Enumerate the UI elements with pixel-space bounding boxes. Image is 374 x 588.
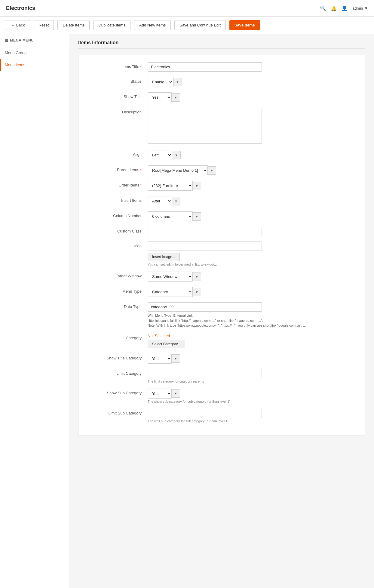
custom-class-input[interactable] bbox=[148, 227, 262, 236]
order-items-select[interactable]: (232) Furniture bbox=[148, 181, 193, 191]
show-title-select-caret: ▼ bbox=[172, 93, 180, 102]
column-number-wrap: 6 columns 1 columns 2 columns 3 columns … bbox=[148, 211, 356, 221]
sidebar-section-label: MEGA MENU bbox=[10, 38, 34, 42]
bell-icon[interactable]: 🔔 bbox=[331, 5, 337, 11]
show-title-category-select-caret: ▼ bbox=[172, 354, 180, 363]
menu-type-row: Menu Type Category External Link Custom … bbox=[87, 287, 356, 297]
delete-button[interactable]: Delete Items bbox=[57, 20, 90, 30]
column-number-select[interactable]: 6 columns 1 columns 2 columns 3 columns … bbox=[148, 211, 193, 221]
order-items-select-caret: ▼ bbox=[193, 182, 201, 190]
menu-type-select[interactable]: Category External Link Custom HTML bbox=[148, 287, 193, 297]
category-not-selected: Not Selected bbox=[148, 334, 356, 338]
items-title-wrap bbox=[148, 62, 356, 72]
duplicate-button[interactable]: Duplicate Items bbox=[93, 20, 130, 30]
target-window-label: Target Window bbox=[87, 272, 148, 278]
admin-label[interactable]: admin ▼ bbox=[352, 6, 368, 11]
data-type-row: Data Type With Menu Type: Enternal Link … bbox=[87, 302, 356, 328]
description-label: Description bbox=[87, 108, 148, 114]
insert-items-select-caret: ▼ bbox=[172, 197, 180, 205]
menu-type-label: Menu Type bbox=[87, 287, 148, 294]
sidebar-item-label: Menu Group bbox=[5, 51, 26, 55]
limit-sub-category-hint: The limit sub category for sub category … bbox=[148, 419, 356, 423]
reset-button[interactable]: Reset bbox=[34, 20, 54, 30]
show-sub-category-select[interactable]: Yes No bbox=[148, 389, 172, 399]
section-title: Items Information bbox=[78, 40, 365, 49]
show-title-select[interactable]: Yes No bbox=[148, 92, 172, 102]
insert-items-wrap: After Before ▼ bbox=[148, 196, 356, 206]
parent-items-select[interactable]: Root[Mega Menu Demo 1] bbox=[148, 165, 208, 175]
icon-wrap: Insert Image... You can set link in fold… bbox=[148, 242, 356, 266]
icon-input[interactable] bbox=[148, 242, 262, 251]
custom-class-wrap bbox=[148, 227, 356, 236]
data-type-wrap: With Menu Type: Enternal Link Http link … bbox=[148, 302, 356, 328]
status-wrap: Enable Disable ▼ bbox=[148, 77, 356, 87]
insert-image-button[interactable]: Insert Image... bbox=[148, 253, 180, 261]
target-window-row: Target Window Same Window New Window ▼ bbox=[87, 272, 356, 282]
description-textarea[interactable] bbox=[148, 108, 262, 144]
custom-class-label: Custom Class bbox=[87, 227, 148, 233]
limit-category-input[interactable] bbox=[148, 369, 262, 378]
show-sub-category-label: Show Sub Category bbox=[87, 389, 148, 395]
parent-items-row: Parent Items* Root[Mega Menu Demo 1] ▼ bbox=[87, 165, 356, 175]
column-number-label: Column Number bbox=[87, 211, 148, 218]
action-toolbar: ← Back Reset Delete Items Duplicate Item… bbox=[0, 17, 374, 34]
icon-row: Icon Insert Image... You can set link in… bbox=[87, 242, 356, 266]
show-sub-category-wrap: Yes No ▼ The show sub category for sub c… bbox=[148, 389, 356, 403]
description-wrap bbox=[148, 108, 356, 145]
parent-items-select-caret: ▼ bbox=[208, 166, 216, 175]
sidebar: ▦ MEGA MENU Menu Group Menu Items bbox=[0, 34, 69, 588]
insert-items-row: Insert Items After Before ▼ bbox=[87, 196, 356, 206]
limit-category-hint: The limit category for category parents bbox=[148, 380, 356, 383]
data-type-input[interactable] bbox=[148, 302, 262, 312]
column-number-row: Column Number 6 columns 1 columns 2 colu… bbox=[87, 211, 356, 221]
status-select[interactable]: Enable Disable bbox=[148, 77, 173, 87]
content-area: Items Information Items Title* Status bbox=[69, 34, 374, 588]
category-row: Category Not Selected Select Category... bbox=[87, 334, 356, 348]
show-sub-category-select-caret: ▼ bbox=[172, 389, 180, 398]
align-select[interactable]: Left Center Right bbox=[148, 150, 172, 160]
main-container: ▦ MEGA MENU Menu Group Menu Items Items … bbox=[0, 34, 374, 588]
items-title-input[interactable] bbox=[148, 62, 262, 72]
target-window-wrap: Same Window New Window ▼ bbox=[148, 272, 356, 282]
show-title-row: Show Title Yes No ▼ bbox=[87, 92, 356, 102]
form-container: Items Title* Status Enable Disable bbox=[78, 55, 365, 436]
limit-sub-category-label: Limit Sub Category bbox=[87, 409, 148, 415]
items-title-row: Items Title* bbox=[87, 62, 356, 72]
top-header: Electronics 🔍 🔔 👤 admin ▼ bbox=[0, 0, 374, 17]
status-select-caret: ▼ bbox=[173, 78, 182, 86]
target-window-select[interactable]: Same Window New Window bbox=[148, 272, 193, 282]
align-select-caret: ▼ bbox=[172, 151, 181, 159]
show-title-category-label: Show Title Category bbox=[87, 354, 148, 360]
category-wrap: Not Selected Select Category... bbox=[148, 334, 356, 348]
select-category-button[interactable]: Select Category... bbox=[148, 340, 185, 348]
limit-sub-category-input[interactable] bbox=[148, 409, 262, 418]
data-type-hint: With Menu Type: Enternal Link Http link … bbox=[148, 313, 356, 328]
save-continue-button[interactable]: Save and Continue Edit bbox=[174, 20, 226, 30]
save-button[interactable]: Save Items bbox=[229, 20, 260, 30]
show-title-category-select[interactable]: Yes No bbox=[148, 354, 172, 364]
data-type-label: Data Type bbox=[87, 302, 148, 309]
order-items-label: Order Items* bbox=[87, 181, 148, 187]
show-title-wrap: Yes No ▼ bbox=[148, 92, 356, 102]
user-icon[interactable]: 👤 bbox=[342, 5, 348, 11]
sidebar-item-label: Menu Items bbox=[5, 63, 25, 67]
sidebar-header: ▦ MEGA MENU bbox=[0, 34, 69, 47]
search-icon[interactable]: 🔍 bbox=[320, 5, 326, 11]
show-title-category-wrap: Yes No ▼ bbox=[148, 354, 356, 364]
parent-items-label: Parent Items* bbox=[87, 165, 148, 172]
sidebar-item-menu-group[interactable]: Menu Group bbox=[0, 47, 69, 59]
insert-items-select[interactable]: After Before bbox=[148, 196, 172, 206]
sidebar-item-menu-items[interactable]: Menu Items bbox=[0, 59, 69, 71]
show-sub-category-hint: The show sub category for sub category (… bbox=[148, 400, 356, 403]
description-row: Description bbox=[87, 108, 356, 145]
icon-label: Icon bbox=[87, 242, 148, 248]
align-label: Align bbox=[87, 150, 148, 157]
limit-category-label: Limit Category bbox=[87, 369, 148, 376]
status-label: Status bbox=[87, 77, 148, 84]
show-title-category-row: Show Title Category Yes No ▼ bbox=[87, 354, 356, 364]
back-button[interactable]: ← Back bbox=[6, 20, 30, 30]
add-new-button[interactable]: Add New Items bbox=[134, 20, 171, 30]
show-sub-category-row: Show Sub Category Yes No ▼ The show sub … bbox=[87, 389, 356, 403]
custom-class-row: Custom Class bbox=[87, 227, 356, 236]
limit-sub-category-wrap: The limit sub category for sub category … bbox=[148, 409, 356, 423]
